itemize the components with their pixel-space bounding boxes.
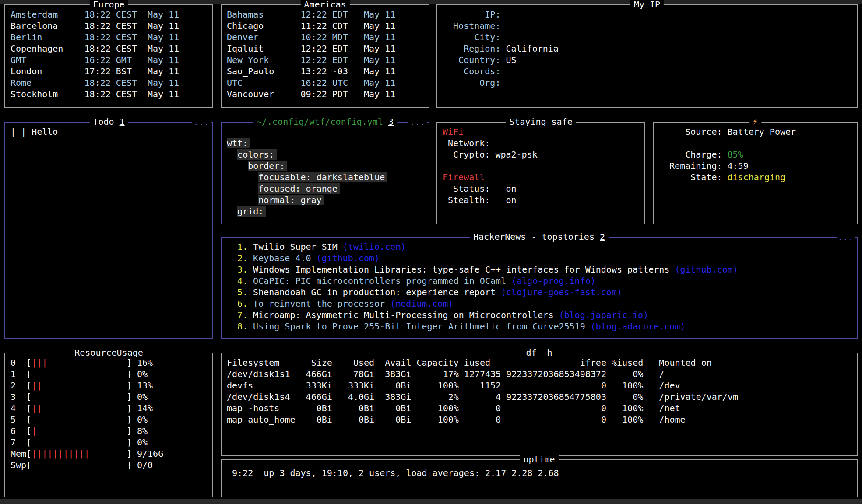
cpu-bar: | [32,425,127,437]
hackernews-story[interactable]: 4.OCaPIC: PIC microcontrollers programme… [237,275,851,287]
panel-title-uptime: uptime [520,454,558,465]
clock-row: Copenhagen18:22CESTMay 11 [11,43,207,54]
panel-title-df: df -h [522,347,556,358]
panel-clocks-americas: Americas Bahamas12:22EDTMay 11 Chicago11… [221,4,429,108]
panel-title-americas: Americas [300,0,349,10]
panel-title-resource-usage: ResourceUsage [71,347,147,358]
clock-row: Barcelona18:22CESTMay 11 [11,20,207,32]
df-row: map auto_home 0Bi 0Bi 0Bi 100% 0 0 100% … [227,414,851,425]
terminal-top-strip [0,0,862,4]
story-link[interactable]: (clojure-goes-fast.com) [501,287,622,298]
my-ip-list: IP: Hostname: City: Region:California Co… [437,5,857,92]
wifi-network-row: Network: [443,137,639,149]
code-line: border: [227,160,423,172]
cpu-gauge-row: 0[|||]16% [11,357,207,368]
hackernews-story[interactable]: 7.Microamp: Asymmetric Multi-Processing … [237,309,851,321]
cpu-gauge-row: 5[]0% [11,414,207,425]
df-row: /dev/disk1s4 466Gi 4.0Gi 383Gi 2% 4 9223… [227,391,851,402]
panel-my-ip: My IP IP: Hostname: City: Region:Califor… [436,4,858,108]
config-code: wtf: colors: border: focusable: darkslat… [222,122,429,220]
panel-hackernews[interactable]: HackerNews - topstories2 ... 1.Twilio Su… [221,237,858,339]
story-link[interactable]: (twilio.com) [343,242,406,252]
panel-df: df -h Filesystem Size Used Avail Capacit… [221,353,858,456]
staying-safe-body: WiFi Network: Crypto:wpa2-psk Firewall S… [437,122,644,209]
panel-clocks-europe: Europe Amsterdam18:22CESTMay 11 Barcelon… [4,4,213,108]
code-line: grid: [227,206,423,217]
panel-title-todo: Todo1 [89,116,128,127]
memory-bar: ||||||||||| [32,448,127,459]
swap-gauge-row: Swp[]0/0 [11,459,207,471]
clock-row: New_York12:22EDTMay 11 [227,54,423,66]
story-link[interactable]: (github.com) [317,253,380,263]
code-line: focused: orange [227,183,423,194]
clock-row: Denver10:22MDTMay 11 [227,32,423,43]
panel-title-config: ~/.config/wtf/config.yml3 [253,116,397,127]
memory-gauge-row: Mem[|||||||||||]9/16G [11,448,207,459]
clock-row: Rome18:22CESTMay 11 [11,77,207,88]
myip-row-country: Country:US [443,54,851,66]
battery-charge-row: Charge:85% [659,149,851,160]
blank-line [443,160,639,172]
panel-config-yml[interactable]: ~/.config/wtf/config.yml3 ... wtf: color… [221,122,429,224]
terminal-bottom-strip [0,499,862,504]
hackernews-story[interactable]: 3.Windows Implementation Libraries: type… [237,264,851,275]
cpu-gauge-row: 1[]0% [11,368,207,380]
cpu-bar: ||| [32,357,127,368]
panel-title-europe: Europe [89,0,128,10]
blank-line [659,137,851,149]
code-line: focusable: darkslateblue [227,172,423,183]
cpu-gauge-row: 3[]0% [11,391,207,402]
clock-row: Chicago11:22CDTMay 11 [227,20,423,32]
clock-row: Iqaluit12:22EDTMay 11 [227,43,423,54]
story-link[interactable]: (blog.japaric.io) [559,310,648,320]
myip-row-hostname: Hostname: [443,20,851,32]
clock-row: London17:22BSTMay 11 [11,66,207,77]
df-row: map -hosts 0Bi 0Bi 0Bi 100% 0 0 100% /ne… [227,402,851,414]
df-table: Filesystem Size Used Avail Capacity iuse… [222,354,857,429]
cpu-gauge-row: 7[]0% [11,437,207,448]
todo-focus-index: 1 [120,116,125,127]
europe-clock-list: Amsterdam18:22CESTMay 11 Barcelona18:22C… [5,5,212,103]
battery-source-row: Source:Battery Power [659,126,851,137]
df-row: /dev/disk1s1 466Gi 78Gi 383Gi 17% 127743… [227,368,851,380]
panel-title-staying-safe: Staying safe [506,116,576,127]
code-line: normal: gray [227,194,423,206]
panel-title-hackernews: HackerNews - topstories2 [470,231,609,242]
blank-line [227,126,423,137]
code-line: wtf: [227,137,423,149]
df-header-row: Filesystem Size Used Avail Capacity iuse… [227,357,851,368]
myip-row-coords: Coords: [443,66,851,77]
df-row: devfs 333Ki 333Ki 0Bi 100% 1152 0 100% /… [227,380,851,391]
story-link[interactable]: (algo-prog.info) [511,276,596,286]
resource-usage-body: 0[|||]16% 1[]0% 2[||]13% 3[]0% 4[||]14% … [5,354,212,474]
hackernews-story[interactable]: 6.To reinvent the processor(medium.com) [237,298,851,309]
code-line: colors: [227,149,423,160]
hackernews-story[interactable]: 8.Using Spark to Prove 255-Bit Integer A… [237,321,851,332]
todo-item[interactable]: | | Hello [11,126,207,137]
cpu-gauge-row: 2[||]13% [11,380,207,391]
firewall-status-row: Status:on [443,183,639,194]
hackernews-story[interactable]: 2.Keybase 4.0(github.com) [237,252,851,264]
story-link[interactable]: (medium.com) [390,298,454,309]
story-link[interactable]: (github.com) [675,264,738,275]
panel-todo[interactable]: Todo1 ... | | Hello [4,122,213,339]
clock-row: Bahamas12:22EDTMay 11 [227,9,423,20]
clock-row: Berlin18:22CESTMay 11 [11,32,207,43]
battery-body: Source:Battery Power Charge:85% Remainin… [654,122,857,186]
scroll-more-indicator: ... [837,232,855,243]
firewall-stealth-row: Stealth:on [443,194,639,206]
wifi-section-header: WiFi [443,126,639,137]
panel-battery: ⚡ Source:Battery Power Charge:85% Remain… [653,122,858,224]
clock-row: UTC16:22UTCMay 11 [227,77,423,88]
hackernews-story[interactable]: 5.Shenandoah GC in production: experienc… [237,287,851,298]
cpu-gauge-row: 4[||]14% [11,402,207,414]
clock-row: Vancouver09:22PDTMay 11 [227,88,423,100]
panel-title-my-ip: My IP [630,0,664,10]
story-link[interactable]: (blog.adacore.com) [591,321,686,332]
scroll-more-indicator: ... [192,117,211,128]
panel-title-battery: ⚡ [749,116,761,127]
lightning-bolt-icon: ⚡ [752,116,758,127]
hackernews-story[interactable]: 1.Twilio Super SIM(twilio.com) [237,241,851,252]
battery-state-row: State:discharging [659,172,851,183]
panel-staying-safe: Staying safe WiFi Network: Crypto:wpa2-p… [436,122,645,224]
